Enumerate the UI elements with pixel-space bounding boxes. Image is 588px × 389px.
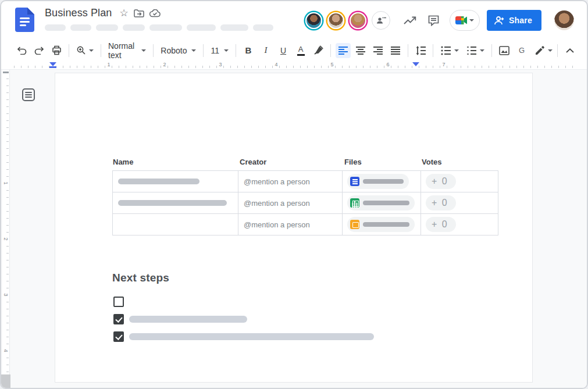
insert-image-button[interactable]	[497, 43, 512, 58]
right-indent-marker[interactable]	[412, 62, 419, 66]
vote-chip[interactable]: + 0	[426, 195, 456, 210]
share-button[interactable]: Share	[487, 10, 541, 31]
header-right-cluster: Share	[305, 9, 579, 32]
align-left-button[interactable]	[336, 43, 351, 58]
text-color-button[interactable]: A	[293, 43, 308, 58]
file-chip[interactable]	[347, 174, 409, 189]
table-header-row: Name Creator Files Votes	[112, 158, 498, 166]
star-icon[interactable]: ☆	[119, 8, 128, 18]
creator-cell[interactable]: @mention a person	[238, 214, 342, 235]
name-cell[interactable]	[112, 171, 238, 192]
redo-button[interactable]	[31, 43, 47, 58]
meet-button[interactable]	[450, 10, 480, 31]
ruler-number: 4	[273, 62, 279, 67]
align-right-button[interactable]	[370, 43, 386, 58]
print-button[interactable]	[49, 43, 64, 58]
table-row: @mention a person + 0	[112, 171, 498, 192]
ruler-number: 1	[3, 180, 9, 186]
menu-item-placeholder[interactable]	[149, 24, 182, 31]
editing-mode-button[interactable]	[532, 43, 556, 58]
app-window: Business Plan ☆	[0, 0, 588, 389]
ruler-ticks	[6, 73, 9, 372]
ruler-number: 3	[3, 292, 9, 298]
collaborator-avatar[interactable]	[305, 12, 322, 29]
document-title[interactable]: Business Plan	[45, 7, 112, 19]
share-label: Share	[509, 16, 532, 25]
name-cell[interactable]	[112, 192, 238, 213]
align-center-button[interactable]	[353, 43, 368, 58]
highlight-color-button[interactable]	[311, 43, 326, 58]
ruler-number: 3	[218, 62, 223, 67]
votes-cell[interactable]: + 0	[420, 214, 498, 235]
menu-item-placeholder[interactable]	[187, 24, 216, 31]
top-margin-marker[interactable]	[3, 72, 9, 73]
bulleted-list-button[interactable]	[438, 43, 461, 58]
left-indent-marker[interactable]	[49, 62, 56, 66]
files-cell[interactable]	[342, 171, 420, 192]
divider	[69, 44, 69, 57]
checkbox[interactable]	[113, 314, 124, 324]
comment-icon[interactable]	[422, 9, 445, 32]
menu-item-placeholder[interactable]	[70, 24, 91, 31]
docs-logo-icon[interactable]	[15, 8, 34, 32]
font-family-select[interactable]: Roboto	[157, 43, 199, 58]
left-indent-bar[interactable]	[49, 66, 56, 68]
line-spacing-button[interactable]	[413, 43, 428, 58]
mention-placeholder[interactable]: @mention a person	[244, 199, 310, 208]
mention-placeholder[interactable]: @mention a person	[244, 220, 310, 229]
font-size-value: 11	[211, 46, 219, 55]
horizontal-ruler: 1 2 3 4 5 6 7	[1, 61, 587, 70]
paragraph-style-select[interactable]: Normal text	[105, 43, 149, 58]
vote-chip[interactable]: + 0	[426, 217, 456, 232]
hide-menus-button[interactable]	[562, 43, 578, 58]
file-chip[interactable]	[347, 217, 415, 232]
divider	[433, 44, 433, 57]
document-outline-button[interactable]	[22, 88, 35, 101]
zoom-select[interactable]	[74, 43, 96, 58]
g-tool-icon[interactable]: G	[514, 43, 529, 58]
underline-button[interactable]: U	[276, 43, 291, 58]
vote-chip[interactable]: + 0	[426, 174, 456, 189]
mention-placeholder[interactable]: @mention a person	[244, 177, 310, 186]
numbered-list-button[interactable]	[464, 43, 487, 58]
meet-camera-icon	[455, 16, 467, 24]
cloud-saved-icon[interactable]	[149, 9, 161, 17]
undo-button[interactable]	[14, 43, 29, 58]
checkbox[interactable]	[113, 297, 124, 307]
creator-cell[interactable]: @mention a person	[238, 192, 342, 213]
files-cell[interactable]	[342, 214, 420, 235]
font-size-select[interactable]: 11	[207, 43, 232, 58]
style-caret	[141, 49, 146, 52]
menu-item-placeholder[interactable]	[45, 24, 66, 31]
font-size-caret	[224, 49, 229, 52]
move-folder-icon[interactable]	[134, 9, 144, 17]
checkbox[interactable]	[113, 331, 124, 342]
name-placeholder-bar	[118, 179, 199, 184]
ruler-number: 6	[385, 62, 391, 67]
checklist-item	[113, 313, 247, 325]
docs-file-icon	[350, 177, 359, 186]
activity-dashboard-icon[interactable]	[398, 9, 422, 32]
menu-item-placeholder[interactable]	[220, 24, 248, 31]
menu-item-placeholder[interactable]	[96, 24, 118, 31]
votes-cell[interactable]: + 0	[420, 192, 498, 213]
menu-item-placeholder[interactable]	[123, 24, 145, 31]
files-cell[interactable]	[342, 192, 420, 213]
collaborator-avatars	[305, 11, 390, 30]
align-justify-button[interactable]	[388, 43, 403, 58]
page[interactable]: Name Creator Files Votes @mention a pers…	[55, 73, 532, 382]
menu-item-placeholder[interactable]	[253, 24, 273, 31]
creator-cell[interactable]: @mention a person	[238, 171, 342, 192]
collaborator-avatar[interactable]	[327, 12, 344, 29]
account-avatar[interactable]	[554, 10, 574, 30]
italic-button[interactable]: I	[258, 43, 273, 58]
ruler-number: 1	[106, 62, 112, 67]
hidden-collaborators-button[interactable]	[372, 11, 390, 30]
sheets-file-icon	[350, 198, 359, 208]
meet-dropdown-caret[interactable]	[469, 19, 474, 22]
bold-button[interactable]: B	[241, 43, 256, 58]
collaborator-avatar[interactable]	[350, 12, 366, 29]
votes-cell[interactable]: + 0	[420, 171, 498, 192]
name-cell[interactable]	[112, 214, 238, 235]
file-chip[interactable]	[347, 195, 415, 210]
